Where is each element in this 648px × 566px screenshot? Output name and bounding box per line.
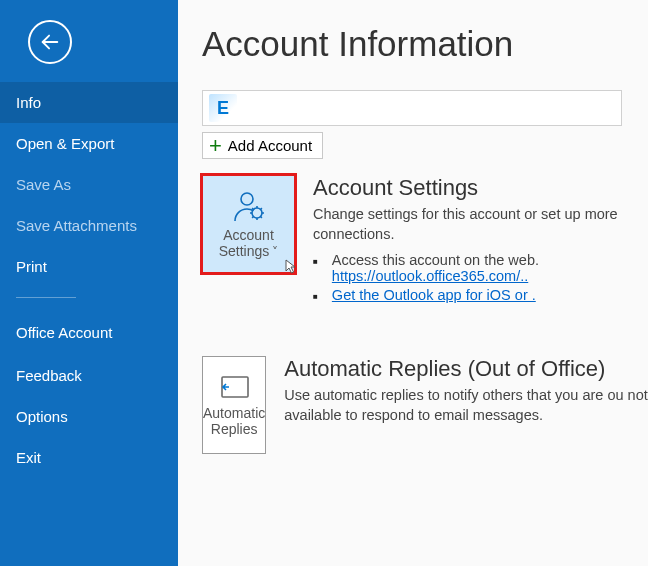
automatic-replies-tile[interactable]: Automatic Replies [202, 356, 266, 454]
svg-point-1 [241, 193, 253, 205]
sidebar-item-office-account[interactable]: Office Account [0, 312, 178, 355]
main-content: Account Information E + Add Account Acco… [178, 0, 648, 566]
account-settings-section: Account Settings Change settings for thi… [313, 175, 648, 306]
account-settings-description: Change settings for this account or set … [313, 205, 648, 244]
sidebar-item-save-as[interactable]: Save As [0, 164, 178, 205]
automatic-replies-heading: Automatic Replies (Out of Office) [284, 356, 648, 382]
sidebar-item-exit[interactable]: Exit [0, 437, 178, 478]
bullet-access-web: Access this account on the web. [332, 252, 539, 268]
owa-link[interactable]: https://outlook.office365.com/.. [332, 268, 528, 284]
arrow-left-icon [39, 31, 61, 53]
sidebar-item-info[interactable]: Info [0, 82, 178, 123]
sidebar-item-open-export[interactable]: Open & Export [0, 123, 178, 164]
automatic-replies-section: Automatic Replies (Out of Office) Use au… [284, 356, 648, 433]
add-account-label: Add Account [228, 137, 312, 154]
add-account-button[interactable]: + Add Account [202, 132, 323, 159]
mobile-app-link[interactable]: Get the Outlook app for iOS or . [332, 287, 536, 303]
account-settings-heading: Account Settings [313, 175, 648, 201]
sidebar-item-save-attachments[interactable]: Save Attachments [0, 205, 178, 246]
sidebar-item-print[interactable]: Print [0, 246, 178, 287]
chevron-down-icon: ˅ [272, 245, 278, 259]
page-title: Account Information [202, 24, 648, 64]
automatic-replies-description: Use automatic replies to notify others t… [284, 386, 648, 425]
back-button[interactable] [28, 20, 72, 64]
account-settings-tile-label: Account Settings [219, 227, 274, 259]
person-gear-icon [231, 189, 267, 223]
account-settings-tile[interactable]: Account Settings˅ [202, 175, 295, 273]
sidebar-item-options[interactable]: Options [0, 396, 178, 437]
sidebar-separator [16, 297, 76, 298]
plus-icon: + [209, 138, 222, 154]
sidebar-item-feedback[interactable]: Feedback [0, 355, 178, 396]
automatic-replies-tile-label: Automatic Replies [203, 405, 265, 437]
sidebar: Info Open & Export Save As Save Attachme… [0, 0, 178, 566]
account-selector[interactable]: E [202, 90, 622, 126]
cursor-icon [284, 258, 300, 274]
auto-reply-icon [217, 373, 251, 401]
exchange-icon: E [209, 94, 237, 122]
